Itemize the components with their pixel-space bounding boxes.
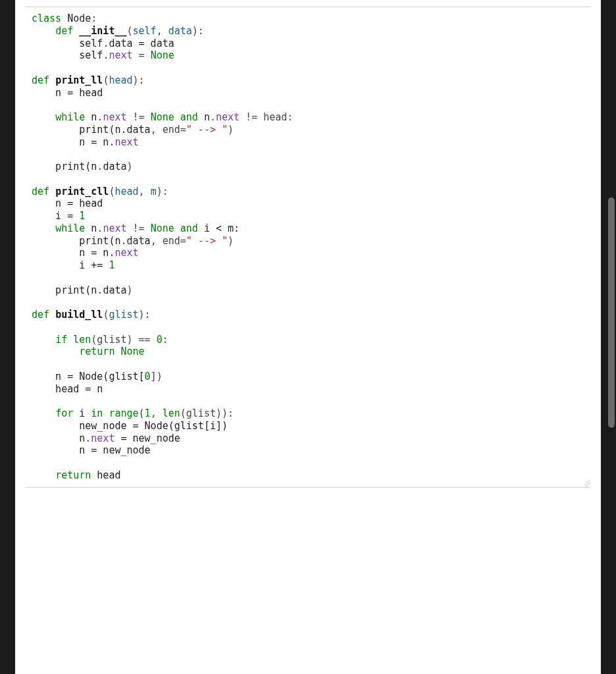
code-block[interactable]: class Node: def __init__(self, data): se… [25,7,591,488]
scrollbar[interactable] [608,0,615,674]
code-text: class Node: def __init__(self, data): se… [32,13,591,482]
scrollbar-thumb[interactable] [608,197,615,428]
page-background: class Node: def __init__(self, data): se… [15,0,601,674]
viewport: class Node: def __init__(self, data): se… [0,0,616,674]
